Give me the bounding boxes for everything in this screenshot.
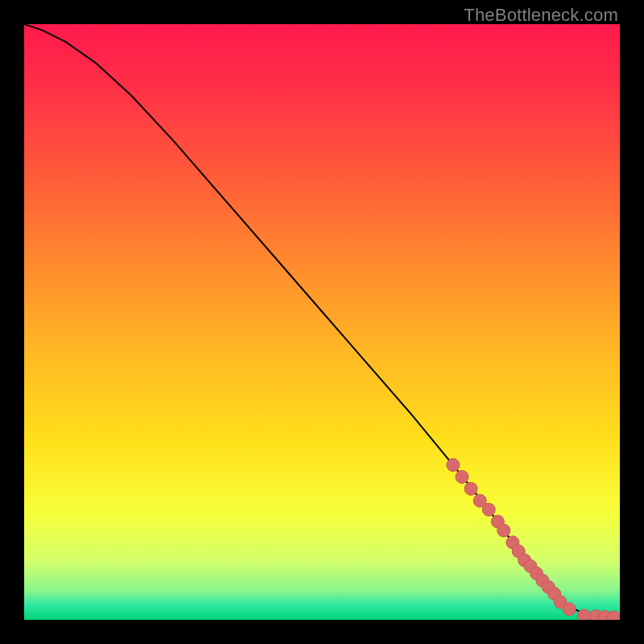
highlight-dot [456, 470, 469, 483]
gradient-background [24, 24, 620, 620]
chart-frame [24, 24, 620, 620]
bottleneck-chart [24, 24, 620, 620]
highlight-dot [482, 503, 495, 516]
watermark-text: TheBottleneck.com [464, 5, 618, 26]
highlight-dot [464, 482, 477, 495]
highlight-dot [497, 524, 510, 537]
highlight-dot [447, 459, 460, 472]
highlight-dot [563, 603, 576, 616]
highlight-dot [578, 609, 591, 620]
